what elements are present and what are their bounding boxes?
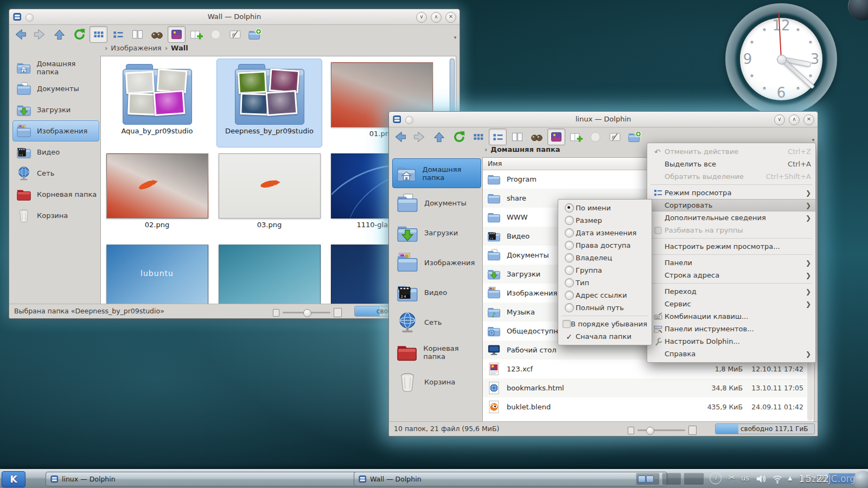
breadcrumb-item[interactable]: Изображения [111, 44, 161, 52]
toolbar-reload-button[interactable] [70, 26, 88, 43]
file-item[interactable]: 02.png [101, 149, 213, 240]
maximize-button[interactable]: ∧ [431, 12, 442, 23]
kde-launcher-button[interactable]: K [2, 471, 25, 487]
menu-item[interactable]: Переход❯ [647, 285, 815, 298]
maximize-button[interactable]: ∧ [789, 114, 800, 125]
breadcrumb-item[interactable]: Wall [171, 44, 188, 52]
zoom-track[interactable] [283, 312, 330, 313]
toolbar-back-button[interactable] [391, 129, 409, 145]
toolbar-blank-button[interactable] [207, 26, 225, 43]
toolbar-forward-button[interactable] [411, 129, 429, 145]
sidebar-item-pictures[interactable]: Изображения [12, 120, 99, 142]
sort-option[interactable]: Полный путь [558, 301, 652, 314]
sort-toggle[interactable]: ✓Сначала папки [558, 330, 652, 343]
file-item[interactable]: 03.png [213, 149, 326, 240]
zoom-out-icon[interactable] [628, 427, 634, 434]
settings-wrench-button[interactable]: ▾ [440, 26, 458, 42]
toolbar-views-icon-button[interactable] [90, 26, 107, 43]
menu-item[interactable]: Сервис❯ [647, 298, 815, 310]
toolbar-view-details-button[interactable] [109, 26, 127, 43]
toolbar-views-icon-button[interactable] [469, 129, 487, 145]
sidebar-item-documents[interactable]: Документы [12, 78, 99, 99]
toolbar-filter-button[interactable]: Fi [606, 129, 624, 145]
file-item[interactable]: Aqua_by_pr09studio [101, 57, 213, 149]
zoom-in-icon[interactable] [334, 308, 342, 317]
sort-option[interactable]: Дата изменения [558, 227, 652, 239]
menu-item[interactable]: Панели❯ [647, 256, 815, 269]
breadcrumb-item[interactable]: Домашняя папка [490, 145, 560, 153]
analog-clock-widget[interactable]: 12369 [725, 3, 837, 115]
sidebar-item-network[interactable]: Сеть [392, 307, 481, 337]
menu-item[interactable]: Дополнительные сведения❯ [647, 211, 815, 224]
file-item[interactable]: lubuntu [101, 240, 213, 304]
toolbar-back-button[interactable] [11, 26, 29, 43]
sidebar-item-downloads[interactable]: Загрузки [392, 218, 481, 248]
tray-expander-icon[interactable]: ▲ [788, 474, 792, 481]
sort-option[interactable]: Права доступа [558, 239, 652, 252]
toolbar-new-folder-button[interactable] [626, 129, 643, 145]
zoom-track[interactable] [637, 429, 685, 431]
zoom-in-icon[interactable] [688, 426, 697, 435]
menu-item[interactable]: Настроить режим просмотра... [647, 240, 815, 253]
toolbar-filter-button[interactable]: Fi [226, 26, 244, 43]
sidebar-item-trash[interactable]: Корзина [12, 205, 99, 226]
sort-option[interactable]: Группа [558, 264, 652, 277]
menu-item[interactable]: ↶Отменить действиеCtrl+Z [647, 145, 815, 158]
zoom-out-icon[interactable] [273, 309, 279, 317]
sidebar-item-home[interactable]: Домашняя папка [12, 57, 99, 78]
toolbar-forward-button[interactable] [31, 26, 49, 43]
minimize-button[interactable]: ∨ [416, 12, 427, 23]
close-button[interactable]: ✕ [445, 12, 456, 23]
pager-desktop-1[interactable] [636, 473, 660, 485]
plasma-cashew-icon[interactable] [848, 0, 868, 21]
volume-icon[interactable] [755, 473, 767, 485]
toolbar-view-columns-button[interactable] [508, 129, 526, 145]
toolbar-up-button[interactable] [50, 26, 68, 43]
info-tray-icon[interactable]: i [710, 472, 722, 484]
taskbar-task-button[interactable]: linux — Dolphin [46, 472, 357, 486]
menu-item[interactable]: Настроить Dolphin... [647, 335, 815, 348]
sort-option[interactable]: Тип [558, 277, 652, 289]
sidebar-item-video[interactable]: 2 4Видео [12, 142, 99, 163]
sort-option[interactable]: Размер [558, 214, 652, 227]
sidebar-item-pictures[interactable]: Изображения [392, 248, 481, 278]
menu-item[interactable]: Комбинации клавиш... [647, 310, 815, 323]
menu-item[interactable]: Выделить всеCtrl+A [647, 158, 815, 170]
zoom-slider[interactable] [273, 308, 342, 317]
taskbar-task-button[interactable]: Wall — Dolphin [354, 472, 667, 486]
toolbar-find-button[interactable] [148, 26, 166, 43]
toolbar-preview-button[interactable] [168, 26, 186, 43]
menu-item[interactable]: Панели инструментов... [647, 323, 815, 335]
pager-desktop-3[interactable] [684, 473, 704, 485]
keyboard-layout-indicator[interactable]: us [741, 474, 749, 482]
pager-desktop-2[interactable] [662, 473, 681, 485]
toolbar-new-folder-button[interactable] [246, 26, 264, 43]
sort-option[interactable]: Владелец [558, 252, 652, 264]
file-item[interactable] [213, 240, 326, 304]
zoom-thumb[interactable] [646, 427, 654, 435]
menu-item[interactable]: Справка❯ [647, 348, 815, 360]
toolbar-view-columns-button[interactable] [129, 26, 146, 43]
sidebar-item-documents[interactable]: Документы [392, 188, 481, 218]
toolbar-up-button[interactable] [430, 129, 448, 145]
menu-item[interactable]: Строка адреса❯ [647, 269, 815, 281]
menu-item[interactable]: Сортировать❯ [647, 199, 815, 211]
menu-item[interactable]: Обратить выделениеCtrl+Shift+A [647, 170, 815, 183]
toolbar-find-button[interactable] [528, 129, 546, 145]
sidebar-item-network[interactable]: Сеть [12, 163, 99, 184]
titlebar[interactable]: linux — Dolphin ∨∧✕ [389, 112, 818, 127]
close-button[interactable]: ✕ [803, 114, 814, 125]
file-row[interactable]: bookmarks.html34,8 КиБ13.10.11 17:05 [483, 378, 807, 397]
sidebar-item-trash[interactable]: Корзина [392, 367, 481, 397]
file-row[interactable]: buklet.blend435,9 КиБ24.09.11 01:42 [483, 397, 807, 416]
toolbar-split-button[interactable] [187, 26, 205, 43]
sidebar-item-video[interactable]: 2 4Видео [392, 278, 481, 307]
titlebar[interactable]: Wall — Dolphin ∨∧✕ [9, 9, 459, 25]
sidebar-item-downloads[interactable]: Загрузки [12, 99, 99, 120]
toolbar-blank-button[interactable] [586, 129, 604, 145]
wifi-icon[interactable] [771, 473, 783, 485]
sidebar-item-root[interactable]: Корневая папка [12, 184, 99, 205]
klipper-scissors-icon[interactable]: ✂ [728, 472, 735, 483]
sidebar-item-home[interactable]: Домашняя папка [392, 158, 481, 188]
menu-item[interactable]: Разбивать на группы [647, 224, 815, 236]
